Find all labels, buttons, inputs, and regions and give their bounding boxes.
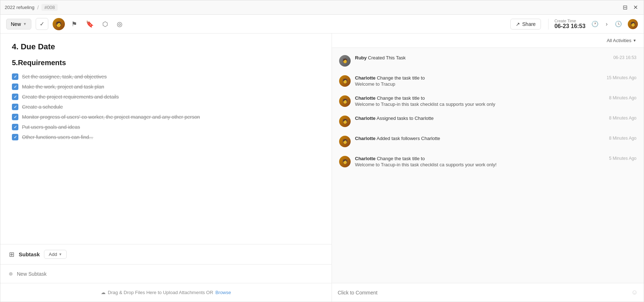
chevron-down-icon: ▼: [23, 22, 27, 26]
comment-input[interactable]: [338, 290, 627, 296]
activity-avatar: 🧑: [339, 116, 351, 127]
activity-avatar: 🧑: [339, 136, 351, 147]
upload-text: Drag & Drop Files Here to Upload Attachm…: [108, 290, 213, 295]
activity-item: 🧑 Charlotte Change the task title to 8 M…: [332, 91, 644, 111]
checklist-item-text: Create the project requirements and deta…: [22, 94, 119, 100]
window-actions: ⊟ ✕: [621, 3, 639, 12]
upload-icon: ☁: [101, 290, 106, 295]
user-avatar[interactable]: 🧑: [53, 18, 65, 30]
checklist-item[interactable]: Monitor progress of users' co worker, th…: [12, 114, 320, 120]
comment-bar: ☺: [332, 283, 644, 302]
checklist-item[interactable]: Other functions users can find...: [12, 134, 320, 140]
activity-item: 🧑 Charlotte Change the task title to 5 M…: [332, 152, 644, 172]
share-icon: ↗: [516, 21, 520, 27]
task-id: #008: [41, 4, 58, 11]
create-time-label: Create Time: [554, 19, 585, 23]
left-panel: 4. Due Date 5.Requirements Set the assig…: [0, 33, 332, 302]
browse-link[interactable]: Browse: [216, 290, 231, 295]
activity-time: 15 Minutes Ago: [607, 75, 636, 80]
minimize-button[interactable]: ⊟: [621, 3, 629, 12]
forward-icon[interactable]: ›: [604, 19, 609, 29]
checklist-item-text: Monitor progress of users' co worker, th…: [22, 114, 200, 120]
activity-header-row: Charlotte Assigned tasks to Charlotte 8 …: [355, 116, 636, 121]
subtask-bar: ⊞ Subtask Add ▼: [0, 244, 332, 264]
create-time-value: 06-23 16:53: [554, 23, 585, 30]
activity-title: Charlotte Change the task title to: [355, 156, 425, 161]
checklist-item[interactable]: Create a schedule: [12, 104, 320, 110]
flag-icon[interactable]: ⚑: [69, 18, 79, 30]
chevron-down-icon: ▼: [633, 39, 636, 42]
checkbox-checked[interactable]: [12, 73, 18, 80]
subtask-input[interactable]: [17, 271, 323, 277]
checklist-item[interactable]: Create the project requirements and deta…: [12, 94, 320, 100]
checkbox-checked[interactable]: [12, 134, 18, 140]
checklist-item[interactable]: Put users goals and ideas: [12, 124, 320, 130]
bookmark-icon[interactable]: 🔖: [84, 18, 96, 30]
activity-item: 🧑 Charlotte Added task followers Charlot…: [332, 131, 644, 152]
activity-title: Charlotte Change the task title to: [355, 95, 425, 101]
add-subtask-button[interactable]: Add ▼: [44, 250, 67, 259]
activity-title: Ruby Created This Task: [355, 55, 405, 60]
subtask-dot: [9, 272, 13, 276]
all-activities-label: All Activities: [607, 38, 631, 43]
activity-body: Welcome to Tracup-in this task checklist…: [355, 162, 636, 167]
activity-content: Charlotte Change the task title to 8 Min…: [355, 95, 636, 107]
activity-avatar: 🧑: [339, 156, 351, 167]
activity-header-row: Charlotte Change the task title to 5 Min…: [355, 156, 636, 161]
clock-icon[interactable]: 🕓: [613, 19, 623, 29]
right-header-inline: Create Time 06-23 16:53 🕐 › 🕓 🧑: [548, 19, 638, 30]
close-button[interactable]: ✕: [632, 3, 639, 12]
activity-item: 🧑 Charlotte Assigned tasks to Charlotte …: [332, 111, 644, 131]
activity-content: Charlotte Change the task title to 15 Mi…: [355, 75, 636, 87]
activity-item: 🧑 Ruby Created This Task 06-23 16:53: [332, 51, 644, 71]
add-label: Add: [49, 252, 57, 257]
activity-header-row: Charlotte Change the task title to 15 Mi…: [355, 75, 636, 81]
checkbox-checked[interactable]: [12, 84, 18, 90]
app-window: 2022 refueling / #008 ⊟ ✕ New ▼ ✓ 🧑 ⚑ 🔖 …: [0, 0, 644, 302]
right-user-avatar[interactable]: 🧑: [628, 19, 638, 29]
checkbox-checked[interactable]: [12, 104, 18, 110]
checkbox-checked[interactable]: [12, 124, 18, 130]
box-icon[interactable]: ⬡: [100, 18, 110, 30]
activity-time: 8 Minutes Ago: [609, 116, 636, 121]
history-icon[interactable]: 🕐: [590, 19, 600, 29]
activity-header-row: Charlotte Change the task title to 8 Min…: [355, 95, 636, 101]
right-panel: All Activities ▼ 🧑 Ruby Created This Tas…: [332, 33, 644, 302]
activities-header: All Activities ▼: [332, 33, 644, 48]
activity-content: Charlotte Assigned tasks to Charlotte 8 …: [355, 116, 636, 121]
activity-avatar: 🧑: [339, 95, 351, 107]
activity-header-row: Charlotte Added task followers Charlotte…: [355, 136, 636, 141]
checklist-item[interactable]: Make the work, project and task plan: [12, 84, 320, 90]
checkbox-checked[interactable]: [12, 94, 18, 100]
subtask-icon: ⊞: [9, 251, 14, 258]
activity-item: 🧑 Charlotte Change the task title to 15 …: [332, 71, 644, 91]
activity-body: Welcome to Tracup: [355, 81, 636, 87]
all-activities-button[interactable]: All Activities ▼: [607, 38, 636, 43]
activity-content: Ruby Created This Task 06-23 16:53: [355, 55, 636, 60]
checkbox-checked[interactable]: [12, 114, 18, 120]
target-icon[interactable]: ◎: [115, 18, 125, 30]
activity-body: Welcome to Tracup-in this task checklist…: [355, 102, 636, 107]
checklist-item-text: Make the work, project and task plan: [22, 84, 104, 90]
status-button[interactable]: New ▼: [6, 19, 31, 30]
doc-area[interactable]: 4. Due Date 5.Requirements Set the assig…: [0, 33, 332, 244]
activity-title: Charlotte Added task followers Charlotte: [355, 136, 440, 141]
activity-avatar: 🧑: [339, 55, 351, 67]
emoji-icon: ☺: [631, 289, 638, 296]
activity-time: 06-23 16:53: [613, 55, 636, 60]
share-label: Share: [522, 21, 536, 27]
activity-content: Charlotte Change the task title to 5 Min…: [355, 156, 636, 167]
subtask-label: Subtask: [19, 251, 40, 257]
section4-heading: 4. Due Date: [12, 42, 320, 51]
activities-list[interactable]: 🧑 Ruby Created This Task 06-23 16:53 🧑 C…: [332, 48, 644, 283]
checklist-item[interactable]: Set the assignee, task, and objectives: [12, 73, 320, 80]
separator: /: [37, 5, 39, 10]
upload-bar: ☁ Drag & Drop Files Here to Upload Attac…: [0, 283, 332, 302]
activity-title: Charlotte Assigned tasks to Charlotte: [355, 116, 434, 121]
check-button[interactable]: ✓: [36, 18, 48, 30]
activity-time: 5 Minutes Ago: [609, 156, 636, 161]
share-button[interactable]: ↗ Share: [510, 19, 541, 30]
subtask-input-row: [0, 264, 332, 283]
status-label: New: [11, 21, 21, 27]
activity-time: 8 Minutes Ago: [609, 95, 636, 100]
